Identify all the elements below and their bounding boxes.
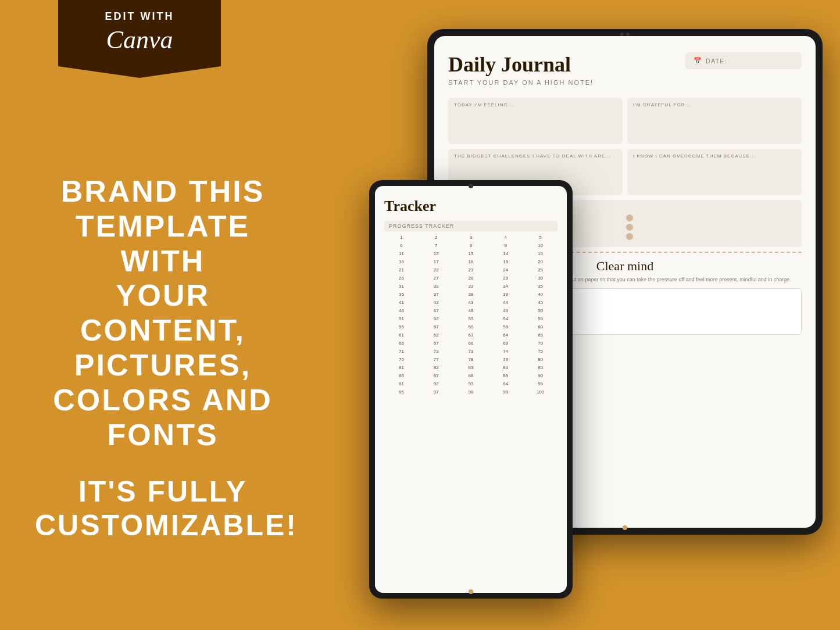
tracker-cell: 28 — [454, 274, 488, 282]
tracker-cell: 76 — [384, 356, 419, 363]
tracker-cell: 32 — [419, 282, 453, 290]
journal-title-block: Daily Journal START YOUR DAY ON A HIGH N… — [448, 52, 594, 94]
heading-line1: BRAND THIS — [61, 174, 265, 208]
journal-header: Daily Journal START YOUR DAY ON A HIGH N… — [448, 52, 802, 94]
tracker-cell: 77 — [419, 356, 453, 363]
tracker-cell: 69 — [488, 339, 523, 347]
tracker-cell: 45 — [523, 299, 557, 306]
tracker-cell: 24 — [488, 266, 523, 274]
tracker-cell: 4 — [488, 234, 523, 241]
tracker-cell: 96 — [384, 388, 419, 396]
tracker-cell: 57 — [419, 323, 453, 331]
tablet-front: Tracker PROGRESS TRACKER 123456789101112… — [369, 180, 573, 599]
tracker-cell: 63 — [454, 331, 488, 339]
tracker-cell: 18 — [454, 258, 488, 266]
tracker-cell: 56 — [384, 323, 419, 331]
tracker-cell: 89 — [488, 372, 523, 380]
tracker-cell: 37 — [419, 291, 453, 298]
tracker-cell: 7 — [419, 242, 453, 249]
tracker-cell: 27 — [419, 274, 453, 282]
tracker-cell: 9 — [488, 242, 523, 249]
tracker-cell: 68 — [454, 339, 488, 347]
camera-back — [620, 33, 630, 36]
tracker-cell: 62 — [419, 331, 453, 339]
sub-line2: CUSTOMIZABLE! — [35, 509, 298, 542]
tracker-cell: 54 — [488, 315, 523, 323]
tracker-screen: Tracker PROGRESS TRACKER 123456789101112… — [375, 186, 567, 593]
tracker-cell: 55 — [523, 315, 557, 323]
tracker-cell: 53 — [454, 315, 488, 323]
tracker-cell: 13 — [454, 250, 488, 257]
overcome-label: I KNOW I CAN OVERCOME THEM BECAUSE... — [633, 153, 796, 159]
canva-logo-text: Canva — [106, 26, 173, 54]
tracker-cell: 73 — [454, 348, 488, 355]
tracker-cell: 84 — [488, 364, 523, 371]
tracker-cell: 95 — [523, 380, 557, 388]
heading-line5: COLORS AND — [53, 383, 273, 417]
tracker-cell: 61 — [384, 331, 419, 339]
tracker-cell: 91 — [384, 380, 419, 388]
journal-grid-1: TODAY I'M FEELING... I'M GRATEFUL FOR... — [448, 98, 802, 144]
sub-heading: IT'S FULLY CUSTOMIZABLE! — [35, 475, 291, 542]
tracker-cell: 59 — [488, 323, 523, 331]
tracker-cell: 82 — [419, 364, 453, 371]
tracker-cell: 1 — [384, 234, 419, 241]
tracker-cell: 16 — [384, 258, 419, 266]
tracker-title: Tracker — [384, 198, 557, 215]
heading-line3: YOUR CONTENT, — [80, 278, 245, 347]
tracker-cell: 86 — [384, 372, 419, 380]
heading-line2: TEMPLATE WITH — [76, 209, 250, 278]
tablet-front-indicator — [469, 589, 473, 594]
canva-banner: EDIT WITH Canva — [58, 0, 221, 78]
tracker-cell: 74 — [488, 348, 523, 355]
feeling-label: TODAY I'M FEELING... — [454, 102, 617, 108]
tracker-cell: 3 — [454, 234, 488, 241]
tracker-cell: 43 — [454, 299, 488, 306]
tracker-cell: 29 — [488, 274, 523, 282]
tracker-cell: 11 — [384, 250, 419, 257]
tracker-cell: 65 — [523, 331, 557, 339]
tracker-cell: 70 — [523, 339, 557, 347]
tracker-cell: 94 — [488, 380, 523, 388]
progress-tracker-header: PROGRESS TRACKER — [384, 221, 557, 231]
tracker-cell: 58 — [454, 323, 488, 331]
journal-box-grateful: I'M GRATEFUL FOR... — [627, 98, 802, 144]
tracker-cell: 6 — [384, 242, 419, 249]
camera-dot-1 — [620, 33, 624, 36]
calendar-icon: 📅 — [694, 57, 702, 65]
tracker-cell: 33 — [454, 282, 488, 290]
tracker-cell: 75 — [523, 348, 557, 355]
tracker-cell: 17 — [419, 258, 453, 266]
tracker-cell: 22 — [419, 266, 453, 274]
tracker-cell: 19 — [488, 258, 523, 266]
tracker-cell: 98 — [454, 388, 488, 396]
sub-line1: IT'S FULLY — [78, 475, 247, 508]
tracker-cell: 67 — [419, 339, 453, 347]
tracker-cell: 5 — [523, 234, 557, 241]
tracker-cell: 14 — [488, 250, 523, 257]
tracker-cell: 30 — [523, 274, 557, 282]
tracker-cell: 15 — [523, 250, 557, 257]
journal-title: Daily Journal — [448, 52, 594, 77]
tracker-cell: 39 — [488, 291, 523, 298]
tracker-cell: 66 — [384, 339, 419, 347]
tracker-cell: 41 — [384, 299, 419, 306]
tracker-cell: 100 — [523, 388, 557, 396]
tracker-cell: 80 — [523, 356, 557, 363]
tracker-cell: 87 — [419, 372, 453, 380]
main-heading: BRAND THIS TEMPLATE WITH YOUR CONTENT, P… — [35, 174, 291, 452]
goal-circle-6 — [626, 233, 633, 240]
tracker-cell: 21 — [384, 266, 419, 274]
tracker-cell: 34 — [488, 282, 523, 290]
tracker-cell: 90 — [523, 372, 557, 380]
journal-subtitle: START YOUR DAY ON A HIGH NOTE! — [448, 79, 594, 86]
challenges-label: THE BIGGEST CHALLENGES I HAVE TO DEAL WI… — [454, 153, 617, 159]
goal-circle-4 — [626, 224, 633, 231]
tracker-cell: 10 — [523, 242, 557, 249]
tracker-cell: 20 — [523, 258, 557, 266]
tracker-cell: 12 — [419, 250, 453, 257]
tracker-cell: 49 — [488, 307, 523, 314]
tracker-cell: 72 — [419, 348, 453, 355]
tracker-cell: 42 — [419, 299, 453, 306]
tracker-cell: 93 — [454, 380, 488, 388]
